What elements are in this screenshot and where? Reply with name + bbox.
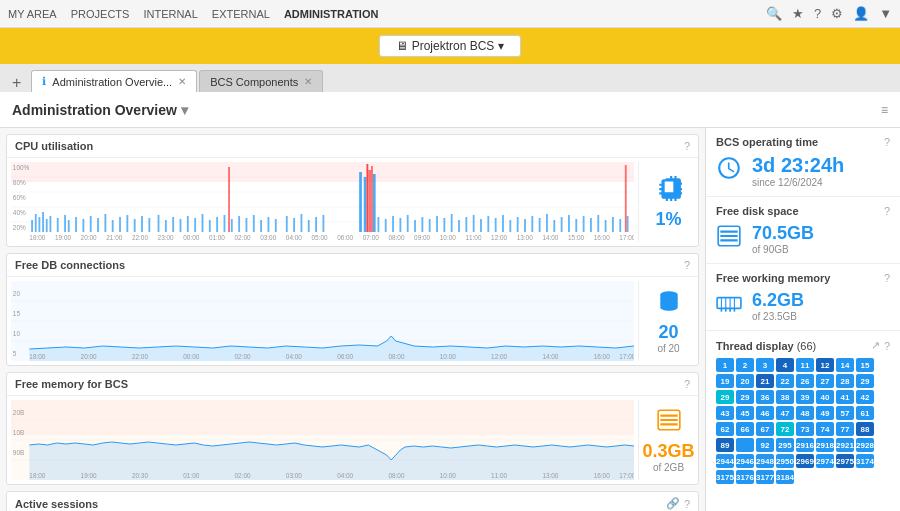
operating-time-help[interactable]: ? [884, 136, 890, 148]
nav-myarea[interactable]: My Area [8, 8, 57, 20]
thread-cell[interactable]: 41 [836, 390, 854, 404]
thread-cell[interactable]: 29 [716, 390, 734, 404]
svg-rect-35 [194, 218, 196, 232]
thread-cell[interactable]: 2928 [856, 438, 874, 452]
thread-cell[interactable]: 11 [796, 358, 814, 372]
page-title-dropdown[interactable]: ▾ [181, 102, 188, 118]
thread-cell[interactable]: 3184 [776, 470, 794, 484]
add-tab-button[interactable]: + [8, 74, 25, 92]
nav-administration[interactable]: Administration [284, 8, 379, 20]
nav-external[interactable]: External [212, 8, 270, 20]
dropdown-icon[interactable]: ▼ [879, 6, 892, 21]
thread-cell[interactable]: 2950 [776, 454, 794, 468]
svg-rect-87 [597, 215, 599, 232]
thread-cell[interactable]: 2921 [836, 438, 854, 452]
nav-internal[interactable]: Internal [143, 8, 197, 20]
tab-close-button[interactable]: ✕ [178, 76, 186, 87]
thread-cell[interactable]: 77 [836, 422, 854, 436]
thread-cell[interactable]: 3177 [756, 470, 774, 484]
thread-cell[interactable]: 40 [816, 390, 834, 404]
thread-cell[interactable]: 42 [856, 390, 874, 404]
star-icon[interactable]: ★ [792, 6, 804, 21]
thread-cell[interactable]: 28 [836, 374, 854, 388]
thread-cell[interactable]: 29 [736, 390, 754, 404]
thread-cell[interactable]: 48 [796, 406, 814, 420]
thread-cell[interactable]: 2948 [756, 454, 774, 468]
thread-cell[interactable]: 1 [716, 358, 734, 372]
search-icon[interactable]: 🔍 [766, 6, 782, 21]
thread-cell[interactable]: 74 [816, 422, 834, 436]
thread-cell[interactable]: 22 [776, 374, 794, 388]
sessions-panel-header: Active sessions 🔗 ? [7, 492, 698, 511]
thread-cell[interactable]: 3174 [856, 454, 874, 468]
tab-admin-overview[interactable]: ℹ Administration Overvie... ✕ [31, 70, 197, 92]
thread-cell[interactable]: 27 [816, 374, 834, 388]
working-memory-help[interactable]: ? [884, 272, 890, 284]
thread-cell[interactable]: 72 [776, 422, 794, 436]
cpu-help[interactable]: ? [684, 140, 690, 152]
thread-cell[interactable]: 2916 [796, 438, 814, 452]
thread-expand-icon[interactable]: ↗ [871, 339, 880, 352]
thread-cell[interactable]: 67 [756, 422, 774, 436]
thread-cell[interactable]: 66 [736, 422, 754, 436]
disk-space-help[interactable]: ? [884, 205, 890, 217]
thread-cell[interactable]: 21 [756, 374, 774, 388]
thread-cell[interactable]: 4 [776, 358, 794, 372]
user-icon[interactable]: 👤 [853, 6, 869, 21]
page-settings-icon[interactable]: ≡ [881, 103, 888, 117]
gear-icon[interactable]: ⚙ [831, 6, 843, 21]
thread-cell[interactable]: 61 [856, 406, 874, 420]
thread-cell[interactable]: 2974 [816, 454, 834, 468]
thread-cell[interactable]: 57 [836, 406, 854, 420]
thread-cell[interactable]: 92 [756, 438, 774, 452]
svg-text:19:00: 19:00 [81, 472, 97, 479]
svg-text:10:00: 10:00 [440, 472, 456, 479]
thread-cell[interactable]: 88 [856, 422, 874, 436]
svg-rect-59 [392, 216, 394, 232]
thread-cell[interactable]: 295 [776, 438, 794, 452]
thread-cell[interactable]: 39 [796, 390, 814, 404]
thread-cell[interactable]: 62 [716, 422, 734, 436]
thread-cell[interactable]: 45 [736, 406, 754, 420]
cpu-panel-header: CPU utilisation ? [7, 135, 698, 158]
thread-cell[interactable]: 3175 [716, 470, 734, 484]
thread-cell[interactable]: 15 [856, 358, 874, 372]
tab-bcs-components[interactable]: BCS Components ✕ [199, 70, 323, 92]
thread-cell[interactable]: 29 [856, 374, 874, 388]
thread-cell[interactable]: 12 [816, 358, 834, 372]
thread-cell[interactable]: 2946 [736, 454, 754, 468]
thread-cell[interactable] [736, 438, 754, 452]
project-selector[interactable]: 🖥 Projektron BCS ▾ [379, 35, 520, 57]
thread-cell[interactable]: 38 [776, 390, 794, 404]
thread-cell[interactable]: 2975 [836, 454, 854, 468]
cpu-title: CPU utilisation [15, 140, 684, 152]
thread-cell[interactable]: 3 [756, 358, 774, 372]
thread-cell[interactable]: 2918 [816, 438, 834, 452]
thread-cell[interactable]: 26 [796, 374, 814, 388]
thread-cell[interactable]: 3176 [736, 470, 754, 484]
thread-cell[interactable]: 89 [716, 438, 734, 452]
thread-help[interactable]: ? [884, 340, 890, 352]
thread-cell[interactable]: 2 [736, 358, 754, 372]
thread-cell[interactable]: 14 [836, 358, 854, 372]
thread-cell[interactable]: 73 [796, 422, 814, 436]
thread-cell[interactable]: 2969 [796, 454, 814, 468]
svg-rect-65 [436, 216, 438, 232]
thread-display-header: Thread display (66) ↗ ? [716, 339, 890, 352]
nav-projects[interactable]: Projects [71, 8, 130, 20]
sessions-link-icon[interactable]: 🔗 [666, 497, 680, 510]
thread-cell[interactable]: 49 [816, 406, 834, 420]
sessions-help[interactable]: ? [684, 498, 690, 510]
thread-cell[interactable]: 36 [756, 390, 774, 404]
thread-cell[interactable]: 46 [756, 406, 774, 420]
memory-help[interactable]: ? [684, 378, 690, 390]
svg-rect-77 [524, 219, 526, 232]
tab-close-button[interactable]: ✕ [304, 76, 312, 87]
help-icon[interactable]: ? [814, 6, 821, 21]
thread-cell[interactable]: 47 [776, 406, 794, 420]
thread-cell[interactable]: 19 [716, 374, 734, 388]
db-help[interactable]: ? [684, 259, 690, 271]
thread-cell[interactable]: 20 [736, 374, 754, 388]
thread-cell[interactable]: 2944 [716, 454, 734, 468]
thread-cell[interactable]: 43 [716, 406, 734, 420]
